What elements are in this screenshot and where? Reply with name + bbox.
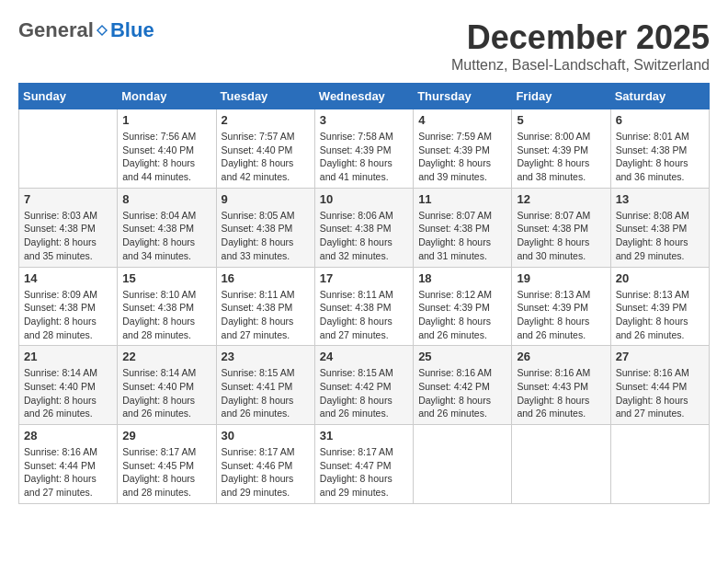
calendar-cell: 21Sunrise: 8:14 AMSunset: 4:40 PMDayligh… bbox=[19, 346, 118, 425]
calendar-cell: 13Sunrise: 8:08 AMSunset: 4:38 PMDayligh… bbox=[610, 188, 709, 267]
calendar-cell: 24Sunrise: 8:15 AMSunset: 4:42 PMDayligh… bbox=[314, 346, 413, 425]
day-info: Sunrise: 8:01 AMSunset: 4:38 PMDaylight:… bbox=[616, 130, 704, 184]
calendar-cell bbox=[610, 425, 709, 504]
calendar-cell bbox=[414, 425, 512, 504]
day-number: 5 bbox=[517, 113, 605, 127]
calendar-cell: 25Sunrise: 8:16 AMSunset: 4:42 PMDayligh… bbox=[414, 346, 512, 425]
weekday-header-wednesday: Wednesday bbox=[314, 84, 413, 109]
logo: General Blue bbox=[18, 18, 154, 42]
calendar-week-row: 7Sunrise: 8:03 AMSunset: 4:38 PMDaylight… bbox=[19, 188, 710, 267]
calendar-cell: 8Sunrise: 8:04 AMSunset: 4:38 PMDaylight… bbox=[118, 188, 216, 267]
day-number: 12 bbox=[517, 192, 605, 206]
day-number: 26 bbox=[517, 350, 605, 363]
day-info: Sunrise: 8:13 AMSunset: 4:39 PMDaylight:… bbox=[517, 288, 605, 342]
calendar-cell: 2Sunrise: 7:57 AMSunset: 4:40 PMDaylight… bbox=[216, 109, 314, 189]
location-title: Muttenz, Basel-Landschaft, Switzerland bbox=[451, 57, 710, 74]
calendar-table: SundayMondayTuesdayWednesdayThursdayFrid… bbox=[18, 83, 710, 504]
day-info: Sunrise: 8:16 AMSunset: 4:42 PMDaylight:… bbox=[418, 366, 506, 420]
day-number: 28 bbox=[24, 429, 112, 442]
calendar-week-row: 28Sunrise: 8:16 AMSunset: 4:44 PMDayligh… bbox=[19, 425, 710, 504]
day-info: Sunrise: 8:16 AMSunset: 4:43 PMDaylight:… bbox=[517, 366, 605, 420]
day-info: Sunrise: 7:57 AMSunset: 4:40 PMDaylight:… bbox=[222, 130, 310, 184]
day-number: 10 bbox=[320, 192, 408, 206]
day-number: 23 bbox=[222, 350, 310, 363]
weekday-header-row: SundayMondayTuesdayWednesdayThursdayFrid… bbox=[19, 84, 710, 109]
calendar-cell: 30Sunrise: 8:17 AMSunset: 4:46 PMDayligh… bbox=[216, 425, 314, 504]
calendar-week-row: 14Sunrise: 8:09 AMSunset: 4:38 PMDayligh… bbox=[19, 267, 710, 346]
day-info: Sunrise: 8:00 AMSunset: 4:39 PMDaylight:… bbox=[517, 130, 605, 184]
day-number: 20 bbox=[616, 271, 704, 285]
logo-icon bbox=[96, 24, 108, 37]
day-info: Sunrise: 8:16 AMSunset: 4:44 PMDaylight:… bbox=[24, 445, 112, 500]
day-number: 1 bbox=[122, 113, 210, 127]
day-number: 11 bbox=[418, 192, 506, 206]
day-info: Sunrise: 8:15 AMSunset: 4:41 PMDaylight:… bbox=[222, 366, 310, 420]
weekday-header-saturday: Saturday bbox=[610, 84, 709, 109]
calendar-week-row: 1Sunrise: 7:56 AMSunset: 4:40 PMDaylight… bbox=[19, 109, 710, 189]
day-number: 14 bbox=[24, 271, 112, 285]
page-header: General Blue December 2025 Muttenz, Base… bbox=[18, 18, 710, 74]
day-number: 19 bbox=[517, 271, 605, 285]
calendar-cell: 27Sunrise: 8:16 AMSunset: 4:44 PMDayligh… bbox=[610, 346, 709, 425]
day-info: Sunrise: 8:08 AMSunset: 4:38 PMDaylight:… bbox=[616, 209, 704, 263]
calendar-cell: 19Sunrise: 8:13 AMSunset: 4:39 PMDayligh… bbox=[512, 267, 610, 346]
day-number: 2 bbox=[222, 113, 310, 127]
day-number: 25 bbox=[418, 350, 506, 363]
calendar-cell: 28Sunrise: 8:16 AMSunset: 4:44 PMDayligh… bbox=[19, 425, 118, 504]
calendar-cell: 12Sunrise: 8:07 AMSunset: 4:38 PMDayligh… bbox=[512, 188, 610, 267]
calendar-cell bbox=[512, 425, 610, 504]
calendar-week-row: 21Sunrise: 8:14 AMSunset: 4:40 PMDayligh… bbox=[19, 346, 710, 425]
calendar-cell: 26Sunrise: 8:16 AMSunset: 4:43 PMDayligh… bbox=[512, 346, 610, 425]
logo-blue: Blue bbox=[110, 18, 154, 42]
logo-general: General bbox=[18, 18, 94, 42]
day-info: Sunrise: 7:59 AMSunset: 4:39 PMDaylight:… bbox=[418, 130, 506, 184]
day-info: Sunrise: 8:17 AMSunset: 4:47 PMDaylight:… bbox=[320, 445, 408, 500]
calendar-cell: 1Sunrise: 7:56 AMSunset: 4:40 PMDaylight… bbox=[118, 109, 216, 189]
day-number: 18 bbox=[418, 271, 506, 285]
calendar-cell: 18Sunrise: 8:12 AMSunset: 4:39 PMDayligh… bbox=[414, 267, 512, 346]
calendar-cell: 15Sunrise: 8:10 AMSunset: 4:38 PMDayligh… bbox=[118, 267, 216, 346]
day-number: 21 bbox=[24, 350, 112, 363]
day-number: 22 bbox=[122, 350, 210, 363]
weekday-header-thursday: Thursday bbox=[414, 84, 512, 109]
calendar-cell: 20Sunrise: 8:13 AMSunset: 4:39 PMDayligh… bbox=[610, 267, 709, 346]
day-number: 30 bbox=[222, 429, 310, 442]
day-number: 4 bbox=[418, 113, 506, 127]
calendar-cell: 10Sunrise: 8:06 AMSunset: 4:38 PMDayligh… bbox=[314, 188, 413, 267]
day-number: 8 bbox=[122, 192, 210, 206]
day-info: Sunrise: 7:58 AMSunset: 4:39 PMDaylight:… bbox=[320, 130, 408, 184]
day-info: Sunrise: 8:14 AMSunset: 4:40 PMDaylight:… bbox=[122, 366, 210, 420]
calendar-cell: 3Sunrise: 7:58 AMSunset: 4:39 PMDaylight… bbox=[314, 109, 413, 189]
day-info: Sunrise: 8:09 AMSunset: 4:38 PMDaylight:… bbox=[24, 288, 112, 342]
title-section: December 2025 Muttenz, Basel-Landschaft,… bbox=[451, 18, 710, 74]
day-info: Sunrise: 8:13 AMSunset: 4:39 PMDaylight:… bbox=[616, 288, 704, 342]
day-info: Sunrise: 8:06 AMSunset: 4:38 PMDaylight:… bbox=[320, 209, 408, 263]
day-info: Sunrise: 8:12 AMSunset: 4:39 PMDaylight:… bbox=[418, 288, 506, 342]
day-number: 15 bbox=[122, 271, 210, 285]
day-info: Sunrise: 8:15 AMSunset: 4:42 PMDaylight:… bbox=[320, 366, 408, 420]
day-info: Sunrise: 8:17 AMSunset: 4:45 PMDaylight:… bbox=[122, 445, 210, 500]
day-number: 13 bbox=[616, 192, 704, 206]
calendar-cell: 14Sunrise: 8:09 AMSunset: 4:38 PMDayligh… bbox=[19, 267, 118, 346]
day-number: 7 bbox=[24, 192, 112, 206]
weekday-header-monday: Monday bbox=[118, 84, 216, 109]
calendar-cell: 22Sunrise: 8:14 AMSunset: 4:40 PMDayligh… bbox=[118, 346, 216, 425]
day-number: 24 bbox=[320, 350, 408, 363]
calendar-cell: 9Sunrise: 8:05 AMSunset: 4:38 PMDaylight… bbox=[216, 188, 314, 267]
day-number: 17 bbox=[320, 271, 408, 285]
day-info: Sunrise: 8:04 AMSunset: 4:38 PMDaylight:… bbox=[122, 209, 210, 263]
day-info: Sunrise: 7:56 AMSunset: 4:40 PMDaylight:… bbox=[122, 130, 210, 184]
day-number: 16 bbox=[222, 271, 310, 285]
day-info: Sunrise: 8:10 AMSunset: 4:38 PMDaylight:… bbox=[122, 288, 210, 342]
weekday-header-sunday: Sunday bbox=[19, 84, 118, 109]
calendar-cell: 5Sunrise: 8:00 AMSunset: 4:39 PMDaylight… bbox=[512, 109, 610, 189]
calendar-cell bbox=[19, 109, 118, 189]
calendar-cell: 4Sunrise: 7:59 AMSunset: 4:39 PMDaylight… bbox=[414, 109, 512, 189]
month-title: December 2025 bbox=[451, 18, 710, 57]
day-info: Sunrise: 8:07 AMSunset: 4:38 PMDaylight:… bbox=[418, 209, 506, 263]
day-info: Sunrise: 8:07 AMSunset: 4:38 PMDaylight:… bbox=[517, 209, 605, 263]
day-number: 6 bbox=[616, 113, 704, 127]
calendar-cell: 23Sunrise: 8:15 AMSunset: 4:41 PMDayligh… bbox=[216, 346, 314, 425]
day-number: 9 bbox=[222, 192, 310, 206]
day-info: Sunrise: 8:16 AMSunset: 4:44 PMDaylight:… bbox=[616, 366, 704, 420]
